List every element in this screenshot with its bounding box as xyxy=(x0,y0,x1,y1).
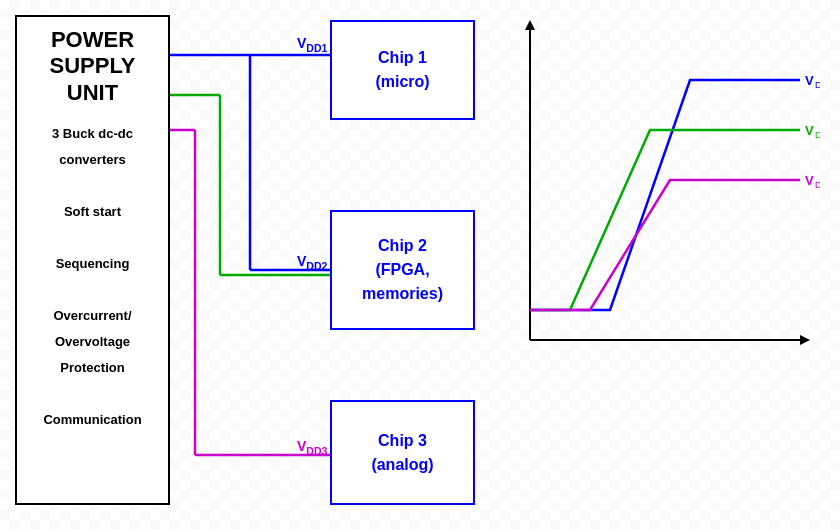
svg-text:DD2: DD2 xyxy=(815,130,820,140)
chip3-box: Chip 3(analog) xyxy=(330,400,475,505)
svg-marker-11 xyxy=(800,335,810,345)
svg-text:V: V xyxy=(805,123,814,138)
psu-box: POWERSUPPLYUNIT 3 Buck dc-dcconverters S… xyxy=(15,15,170,505)
content: POWERSUPPLYUNIT 3 Buck dc-dcconverters S… xyxy=(0,0,840,529)
svg-text:V: V xyxy=(805,173,814,188)
svg-marker-12 xyxy=(525,20,535,30)
psu-title: POWERSUPPLYUNIT xyxy=(49,27,135,106)
chip1-label: Chip 1(micro) xyxy=(375,46,429,94)
chip1-box: Chip 1(micro) xyxy=(330,20,475,120)
graph-svg: V DD1 V DD2 V DD3 xyxy=(490,20,820,370)
diagram-container: POWERSUPPLYUNIT 3 Buck dc-dcconverters S… xyxy=(0,0,840,529)
chip2-label: Chip 2(FPGA,memories) xyxy=(362,234,443,306)
psu-features: 3 Buck dc-dcconverters Soft start Sequen… xyxy=(43,121,141,433)
vdd3-label-chip3: VDD3 xyxy=(297,438,327,457)
svg-text:DD3: DD3 xyxy=(815,180,820,190)
svg-text:V: V xyxy=(805,73,814,88)
graph-area: V DD1 V DD2 V DD3 xyxy=(490,20,820,370)
svg-text:DD1: DD1 xyxy=(815,80,820,90)
vdd2-label-chip2: VDD2 xyxy=(297,253,327,272)
vdd1-label-chip1: VDD1 xyxy=(297,35,327,54)
chip3-label: Chip 3(analog) xyxy=(371,429,433,477)
chip2-box: Chip 2(FPGA,memories) xyxy=(330,210,475,330)
